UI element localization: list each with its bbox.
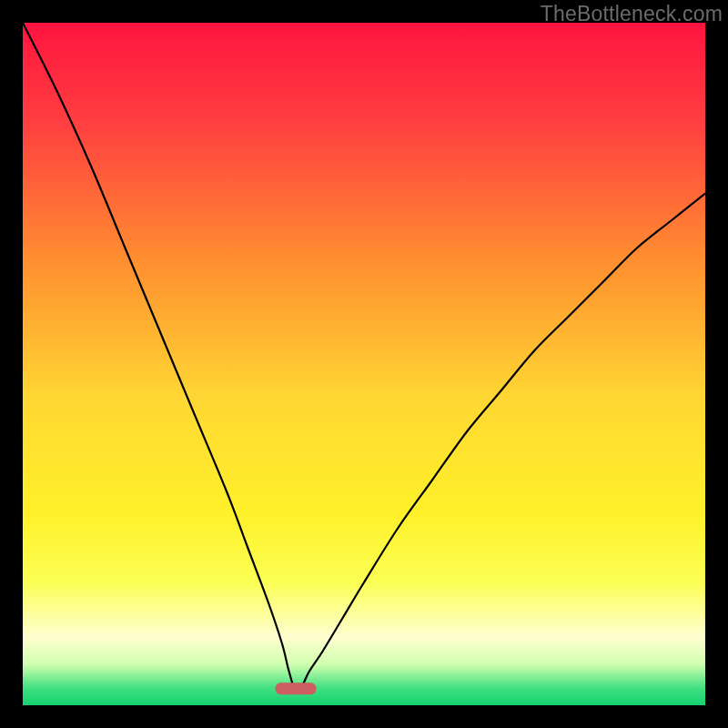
optimum-marker: [276, 682, 317, 694]
gradient-background: [23, 23, 705, 705]
chart-frame: TheBottleneck.com: [0, 0, 728, 728]
bottleneck-chart: [23, 23, 705, 705]
